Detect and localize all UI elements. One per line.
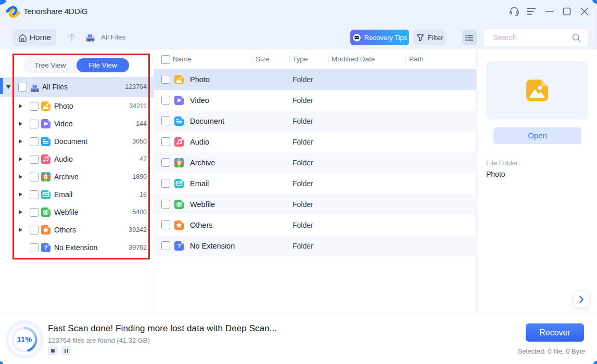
- svg-text:?: ?: [177, 243, 181, 249]
